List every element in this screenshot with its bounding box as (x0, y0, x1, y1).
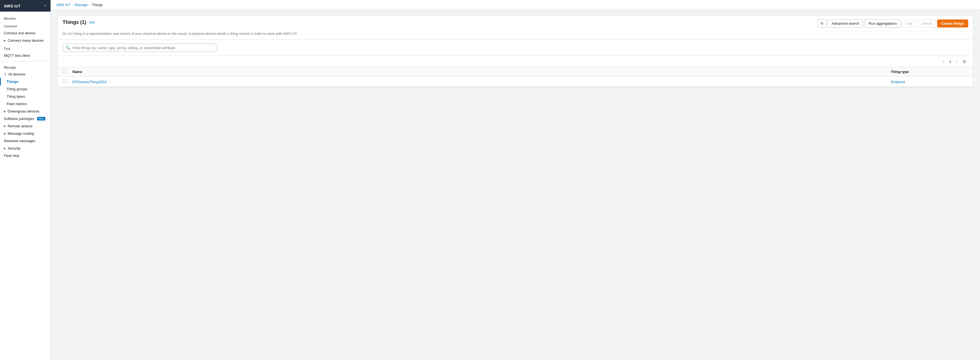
main-content: AWS IoT › Manage › Things Things (1) Inf… (51, 0, 980, 360)
search-area: 🔍 (58, 40, 973, 56)
row-name-cell: EPDominoThing2024 (72, 79, 886, 84)
sidebar-section-connect: Connect (0, 22, 51, 29)
sidebar-item-fleet-metrics[interactable]: Fleet metrics (0, 100, 51, 108)
prev-page-button[interactable]: ‹ (940, 58, 948, 65)
sidebar-item-message-routing[interactable]: ▶ Message routing (0, 130, 51, 137)
sidebar-item-label: Greengrass devices (8, 109, 40, 113)
things-actions-toolbar: ↻ Advanced search Run aggregations Edit … (818, 19, 968, 27)
sidebar-item-label: Retained messages (4, 139, 35, 143)
refresh-button[interactable]: ↻ (818, 19, 827, 27)
breadcrumb: AWS IoT › Manage › Things (51, 0, 980, 10)
sidebar: AWS IoT × Monitor Connect Connect one de… (0, 0, 51, 360)
expand-icon: ▶ (4, 147, 6, 150)
sidebar-item-label: Software packages (4, 117, 34, 121)
sidebar-item-label: Fleet metrics (6, 102, 27, 106)
table-header-row: Name Thing type (58, 67, 973, 76)
sidebar-item-remote-actions[interactable]: ▶ Remote actions (0, 122, 51, 130)
row-checkbox[interactable] (63, 79, 67, 83)
sidebar-item-security[interactable]: ▶ Security (0, 144, 51, 152)
sidebar-item-label: Message routing (8, 132, 34, 136)
page-number: 1 (948, 60, 953, 63)
table-settings-button[interactable]: ⚙ (961, 58, 968, 65)
header-type-col: Thing type (886, 70, 968, 74)
expand-icon: ▶ (4, 39, 6, 42)
next-page-button[interactable]: › (953, 58, 961, 65)
sidebar-item-fleet-hub[interactable]: Fleet Hub (0, 152, 51, 159)
sidebar-header: AWS IoT × (0, 0, 51, 12)
edit-button[interactable]: Edit (902, 19, 916, 27)
delete-button[interactable]: Delete (917, 19, 936, 27)
sidebar-item-label: Remote actions (8, 124, 32, 128)
sidebar-item-label: Connect one device (4, 31, 35, 35)
things-info-link[interactable]: Info (89, 20, 95, 24)
search-input-wrap: 🔍 (63, 44, 216, 52)
sidebar-item-label: Things (6, 79, 18, 84)
table-row: EPDominoThing2024 Endpoint (58, 76, 973, 87)
sidebar-item-label: MQTT test client (4, 54, 30, 58)
things-title: Things (1) (63, 19, 86, 25)
sidebar-item-label: Thing types (6, 94, 25, 98)
breadcrumb-manage[interactable]: Manage (75, 3, 88, 7)
things-top-row: Things (1) Info ↻ Advanced search Run ag… (58, 16, 973, 32)
header-checkbox-cell (63, 70, 72, 74)
sidebar-item-connect-many-devices[interactable]: ▶ Connect many devices (0, 37, 51, 44)
run-aggregations-button[interactable]: Run aggregations (864, 19, 901, 27)
sidebar-content: Monitor Connect Connect one device ▶ Con… (0, 12, 51, 360)
row-checkbox-cell (63, 79, 72, 84)
thing-type-link[interactable]: Endpoint (891, 80, 905, 84)
sidebar-item-label: All devices (8, 72, 25, 76)
search-icon: 🔍 (65, 46, 70, 50)
things-description: An IoT thing is a representation and rec… (58, 32, 973, 40)
create-things-button[interactable]: Create things (937, 19, 968, 27)
sidebar-item-label: Connect many devices (8, 38, 44, 43)
sidebar-item-mqtt-test-client[interactable]: MQTT test client (0, 52, 51, 59)
breadcrumb-things: Things (92, 3, 103, 7)
sidebar-item-all-devices[interactable]: ▼ All devices (0, 71, 51, 78)
things-panel: Things (1) Info ↻ Advanced search Run ag… (57, 15, 974, 87)
header-checkbox[interactable] (63, 70, 67, 73)
expand-icon: ▶ (4, 132, 6, 135)
header-name-col: Name (72, 70, 886, 74)
new-badge: New (37, 117, 45, 121)
search-input[interactable] (72, 46, 213, 50)
sidebar-close-button[interactable]: × (44, 3, 47, 8)
thing-name-link[interactable]: EPDominoThing2024 (72, 80, 107, 84)
sidebar-section-test: Test (0, 44, 51, 52)
sidebar-item-greengrass-devices[interactable]: ▶ Greengrass devices (0, 108, 51, 115)
breadcrumb-separator-1: › (72, 3, 73, 6)
sidebar-section-monitor: Monitor (0, 14, 51, 22)
breadcrumb-separator-2: › (89, 3, 90, 6)
sidebar-section-manage: Manage (0, 63, 51, 71)
sidebar-item-thing-groups[interactable]: Thing groups (0, 85, 51, 93)
sidebar-item-connect-one-device[interactable]: Connect one device (0, 29, 51, 37)
advanced-search-button[interactable]: Advanced search (828, 19, 863, 27)
breadcrumb-aws-iot[interactable]: AWS IoT (56, 3, 70, 7)
sidebar-item-label: Fleet Hub (4, 154, 19, 158)
sidebar-item-software-packages[interactable]: Software packages New (0, 115, 51, 122)
sidebar-item-retained-messages[interactable]: Retained messages (0, 137, 51, 144)
sidebar-title: AWS IoT (4, 3, 21, 8)
expand-icon: ▶ (4, 125, 6, 128)
sidebar-divider (0, 61, 51, 61)
sidebar-item-label: Security (8, 146, 21, 151)
things-table: ‹ 1 › ⚙ Name Thing type (58, 56, 973, 87)
sidebar-item-label: Thing groups (6, 87, 27, 91)
refresh-icon: ↻ (821, 21, 824, 25)
expand-icon: ▼ (4, 73, 6, 76)
row-type-cell: Endpoint (886, 79, 968, 84)
expand-icon: ▶ (4, 110, 6, 113)
things-title-area: Things (1) Info (63, 19, 95, 25)
sidebar-item-things[interactable]: Things (0, 78, 51, 85)
content-area: Things (1) Info ↻ Advanced search Run ag… (51, 10, 980, 360)
sidebar-item-thing-types[interactable]: Thing types (0, 93, 51, 100)
